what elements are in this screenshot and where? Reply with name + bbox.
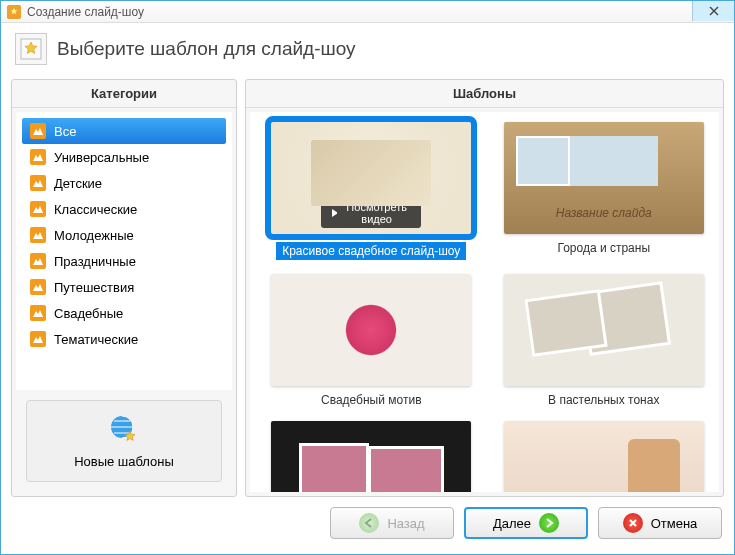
category-icon — [30, 227, 46, 243]
templates-header: Шаблоны — [246, 80, 723, 108]
svg-rect-7 — [30, 253, 46, 269]
template-item[interactable] — [260, 421, 483, 492]
category-icon — [30, 279, 46, 295]
templates-panel: Шаблоны Посмотреть видео Красивое свадеб… — [245, 79, 724, 497]
template-label: Свадебный мотив — [321, 393, 422, 407]
template-label: Красивое свадебное слайд-шоу — [276, 242, 466, 260]
svg-rect-2 — [30, 123, 46, 139]
category-label: Все — [54, 124, 76, 139]
svg-rect-10 — [30, 331, 46, 347]
template-thumbnail: Посмотреть видео — [271, 122, 471, 234]
category-label: Свадебные — [54, 306, 123, 321]
template-label: В пастельных тонах — [548, 393, 659, 407]
cancel-label: Отмена — [651, 516, 698, 531]
categories-header: Категории — [12, 80, 236, 108]
category-kids[interactable]: Детские — [22, 170, 226, 196]
watch-video-button[interactable]: Посмотреть видео — [321, 198, 421, 228]
category-label: Тематические — [54, 332, 138, 347]
template-thumbnail — [271, 274, 471, 386]
category-label: Универсальные — [54, 150, 149, 165]
play-icon — [331, 209, 337, 217]
categories-list: Все Универсальные Детские Классические М… — [16, 112, 232, 390]
templates-grid[interactable]: Посмотреть видео Красивое свадебное слай… — [250, 112, 719, 492]
app-icon — [7, 5, 21, 19]
cancel-icon — [623, 513, 643, 533]
category-thematic[interactable]: Тематические — [22, 326, 226, 352]
category-label: Детские — [54, 176, 102, 191]
category-label: Путешествия — [54, 280, 134, 295]
close-button[interactable] — [692, 1, 734, 21]
template-thumbnail — [271, 421, 471, 492]
arrow-right-icon — [539, 513, 559, 533]
category-all[interactable]: Все — [22, 118, 226, 144]
wizard-header: Выберите шаблон для слайд-шоу — [1, 23, 734, 79]
star-document-icon — [15, 33, 47, 65]
template-item[interactable]: В пастельных тонах — [493, 274, 716, 407]
template-item[interactable]: Посмотреть видео Красивое свадебное слай… — [260, 122, 483, 260]
category-holiday[interactable]: Праздничные — [22, 248, 226, 274]
category-icon — [30, 201, 46, 217]
category-label: Молодежные — [54, 228, 134, 243]
svg-rect-6 — [30, 227, 46, 243]
arrow-left-icon — [359, 513, 379, 533]
new-templates-button[interactable]: Новые шаблоны — [26, 400, 222, 482]
template-thumbnail — [504, 421, 704, 492]
svg-rect-4 — [30, 175, 46, 191]
category-icon — [30, 175, 46, 191]
svg-rect-3 — [30, 149, 46, 165]
category-label: Классические — [54, 202, 137, 217]
category-universal[interactable]: Универсальные — [22, 144, 226, 170]
category-youth[interactable]: Молодежные — [22, 222, 226, 248]
thumb-caption: Название слайда — [504, 206, 704, 220]
globe-star-icon — [108, 413, 140, 445]
category-icon — [30, 123, 46, 139]
template-label: Города и страны — [557, 241, 650, 255]
cancel-button[interactable]: Отмена — [598, 507, 722, 539]
category-label: Праздничные — [54, 254, 136, 269]
categories-panel: Категории Все Универсальные Детские Клас… — [11, 79, 237, 497]
category-wedding[interactable]: Свадебные — [22, 300, 226, 326]
titlebar: Создание слайд-шоу — [1, 1, 734, 23]
category-icon — [30, 331, 46, 347]
watch-video-label: Посмотреть видео — [342, 201, 411, 225]
back-label: Назад — [387, 516, 424, 531]
new-templates-label: Новые шаблоны — [39, 454, 209, 469]
template-thumbnail — [504, 274, 704, 386]
window-title: Создание слайд-шоу — [27, 5, 144, 19]
next-label: Далее — [493, 516, 531, 531]
svg-rect-5 — [30, 201, 46, 217]
category-icon — [30, 305, 46, 321]
template-item[interactable]: Название слайда Города и страны — [493, 122, 716, 260]
svg-rect-8 — [30, 279, 46, 295]
wizard-footer: Назад Далее Отмена — [1, 497, 734, 549]
back-button[interactable]: Назад — [330, 507, 454, 539]
category-icon — [30, 149, 46, 165]
category-classic[interactable]: Классические — [22, 196, 226, 222]
template-item[interactable] — [493, 421, 716, 492]
page-title: Выберите шаблон для слайд-шоу — [57, 38, 356, 60]
category-travel[interactable]: Путешествия — [22, 274, 226, 300]
next-button[interactable]: Далее — [464, 507, 588, 539]
svg-rect-9 — [30, 305, 46, 321]
close-icon — [709, 6, 719, 16]
category-icon — [30, 253, 46, 269]
template-thumbnail: Название слайда — [504, 122, 704, 234]
template-item[interactable]: Свадебный мотив — [260, 274, 483, 407]
